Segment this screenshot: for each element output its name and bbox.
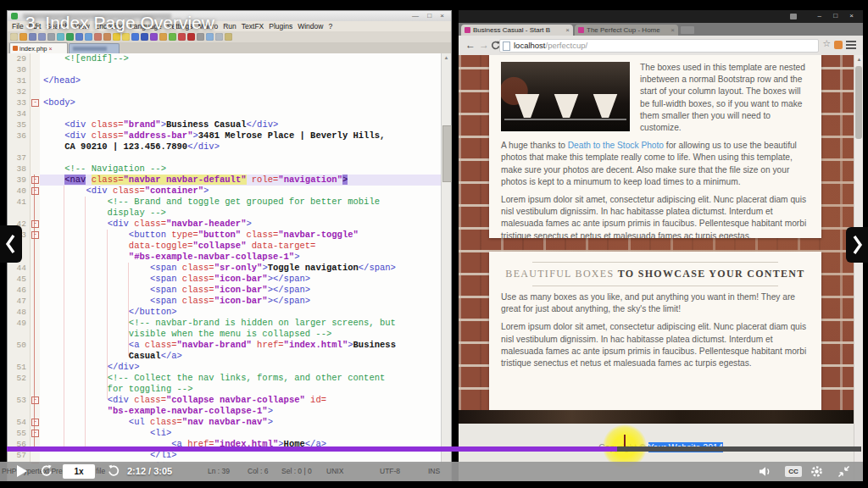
function-list-icon[interactable]: [215, 33, 223, 41]
paste-icon[interactable]: [85, 33, 92, 41]
fold-marker-icon[interactable]: -: [31, 187, 39, 195]
address-bar[interactable]: localhost/perfectcup/: [499, 39, 819, 53]
settings-gear-icon[interactable]: [810, 465, 823, 478]
close-tab-icon[interactable]: ×: [565, 26, 570, 34]
code-line-55[interactable]: 55- <li>: [8, 428, 451, 439]
code-line-30[interactable]: 30: [8, 64, 451, 75]
editor-scrollbar[interactable]: ▲: [441, 53, 451, 465]
code-editor[interactable]: 29 <![endif]-->3031</head>3233-<body>343…: [8, 53, 451, 465]
fold-marker-icon[interactable]: -: [31, 430, 39, 437]
record-macro-icon[interactable]: [187, 33, 195, 41]
editor-window-controls[interactable]: — □ ×: [412, 12, 448, 19]
editor-tab-index-php[interactable]: index.php ×: [9, 42, 68, 53]
zoom-in-icon[interactable]: [131, 33, 139, 41]
browser-scrollbar-thumb[interactable]: [855, 66, 862, 139]
code-line-37[interactable]: 37: [8, 152, 451, 164]
code-line-wrap[interactable]: "#bs-example-navbar-collapse-1">: [8, 252, 451, 263]
restart-icon[interactable]: [39, 464, 53, 478]
previous-arrow-button[interactable]: [0, 225, 22, 263]
open-file-icon[interactable]: [19, 33, 27, 41]
browser-tab-perfect-cup[interactable]: The Perfect Cup - Home ×: [575, 25, 678, 36]
menu-item-run[interactable]: Run: [222, 21, 237, 31]
next-arrow-button[interactable]: [846, 227, 868, 263]
monitor-icon[interactable]: [225, 33, 232, 41]
fold-marker-icon[interactable]: -: [31, 396, 39, 404]
volume-icon[interactable]: [759, 466, 771, 477]
link-death-to-the-stock-photo[interactable]: Death to the Stock Photo: [568, 141, 664, 150]
close-tab-icon[interactable]: ×: [49, 44, 53, 53]
browser-frame-top[interactable]: – □ ×: [459, 10, 863, 23]
forward-icon[interactable]: →: [479, 39, 489, 51]
code-line-29[interactable]: 29 <![endif]-->: [8, 53, 451, 64]
code-line-47[interactable]: 47 <span class="icon-bar"></span>: [8, 296, 451, 307]
editor-scrollbar-thumb[interactable]: [442, 125, 452, 182]
code-line-40[interactable]: 40- <div class="container">: [8, 186, 451, 197]
copy-icon[interactable]: [75, 33, 83, 41]
code-line-34[interactable]: 34: [8, 108, 451, 119]
menu-item--[interactable]: ?: [327, 21, 333, 31]
closed-captions-button[interactable]: CC: [785, 466, 802, 477]
code-line-41[interactable]: 41 <!-- Brand and toggle get grouped for…: [8, 197, 451, 208]
code-line-51[interactable]: 51 </div>: [8, 362, 451, 373]
macro-stop-icon[interactable]: [178, 33, 186, 41]
browser-scrollbar[interactable]: ▲: [854, 55, 863, 481]
new-tab-button[interactable]: [681, 26, 694, 34]
code-line-45[interactable]: 45 <span class="icon-bar"></span>: [8, 274, 451, 285]
indent-guide-icon[interactable]: [169, 33, 176, 41]
play-button[interactable]: [17, 465, 27, 477]
browser-window-controls[interactable]: – □ ×: [818, 12, 859, 19]
close-tab-icon[interactable]: ×: [670, 26, 675, 34]
code-line-33[interactable]: 33-<body>: [8, 97, 451, 108]
fold-marker-icon[interactable]: -: [31, 99, 39, 107]
browser-menu-icon[interactable]: [846, 41, 856, 49]
code-line-53[interactable]: 53- <div class="collapse navbar-collapse…: [8, 395, 451, 406]
cut-icon[interactable]: [66, 33, 74, 41]
code-line-38[interactable]: 38 <!-- Navigation -->: [8, 164, 451, 175]
code-line-wrap[interactable]: Casual</a>: [8, 351, 451, 362]
extension-icon[interactable]: [834, 41, 843, 49]
doc-map-icon[interactable]: [206, 33, 214, 41]
print-icon[interactable]: [47, 33, 55, 41]
code-line-wrap[interactable]: visible when the menu is collapsed -->: [8, 329, 451, 340]
scroll-up-icon[interactable]: ▲: [854, 55, 863, 64]
fold-marker-icon[interactable]: -: [31, 231, 39, 239]
code-line-49[interactable]: 49 <!-- navbar-brand is hidden on larger…: [8, 318, 451, 329]
back-icon[interactable]: ←: [465, 39, 476, 51]
editor-tab-secondary[interactable]: [69, 43, 120, 53]
code-line-wrap[interactable]: for toggling -->: [8, 384, 451, 395]
menu-item-file[interactable]: File: [11, 21, 25, 31]
play-macro-icon[interactable]: [197, 33, 204, 41]
undo-icon[interactable]: [94, 33, 102, 41]
code-line-50[interactable]: 50 <a class="navbar-brand" href="index.h…: [8, 340, 451, 351]
browser-tab-business-casual[interactable]: Business Casual - Start B ×: [461, 25, 573, 36]
exit-fullscreen-icon[interactable]: [837, 465, 850, 478]
new-file-icon[interactable]: [10, 33, 18, 41]
code-line-36[interactable]: 36 <div class="address-bar">3481 Melrose…: [8, 130, 451, 141]
code-line-31[interactable]: 31</head>: [8, 75, 451, 86]
replay-icon[interactable]: [108, 464, 121, 478]
fold-marker-icon[interactable]: -: [31, 176, 39, 184]
save-icon[interactable]: [29, 33, 36, 41]
fold-marker-icon[interactable]: -: [31, 419, 39, 426]
redo-icon[interactable]: [103, 33, 111, 41]
scroll-up-icon[interactable]: ▲: [442, 53, 451, 62]
word-wrap-icon[interactable]: [150, 33, 158, 41]
menu-item-plugins[interactable]: Plugins: [268, 21, 293, 31]
bookmark-star-icon[interactable]: ☆: [822, 38, 831, 49]
code-line-32[interactable]: 32: [8, 86, 451, 97]
code-line-35[interactable]: 35 <div class="brand">Business Casual</d…: [8, 119, 451, 130]
video-seekbar[interactable]: [7, 446, 861, 452]
close-icon[interactable]: [57, 33, 64, 41]
code-line-wrap[interactable]: "bs-example-navbar-collapse-1">: [8, 406, 451, 417]
zoom-out-icon[interactable]: [141, 33, 148, 41]
fold-marker-icon[interactable]: -: [31, 220, 39, 228]
playback-speed-button[interactable]: 1x: [63, 464, 95, 479]
find-icon[interactable]: [113, 33, 120, 41]
code-line-42[interactable]: 42- <div class="navbar-header">: [8, 219, 451, 230]
code-line-43[interactable]: 43- <button type="button" class="navbar-…: [8, 230, 451, 241]
code-line-46[interactable]: 46 <span class="icon-bar"></span>: [8, 285, 451, 296]
show-symbols-icon[interactable]: [159, 33, 167, 41]
code-line-44[interactable]: 44 <span class="sr-only">Toggle navigati…: [8, 263, 451, 274]
replace-icon[interactable]: [122, 33, 130, 41]
code-line-wrap[interactable]: data-toggle="collapse" data-target=: [8, 241, 451, 252]
